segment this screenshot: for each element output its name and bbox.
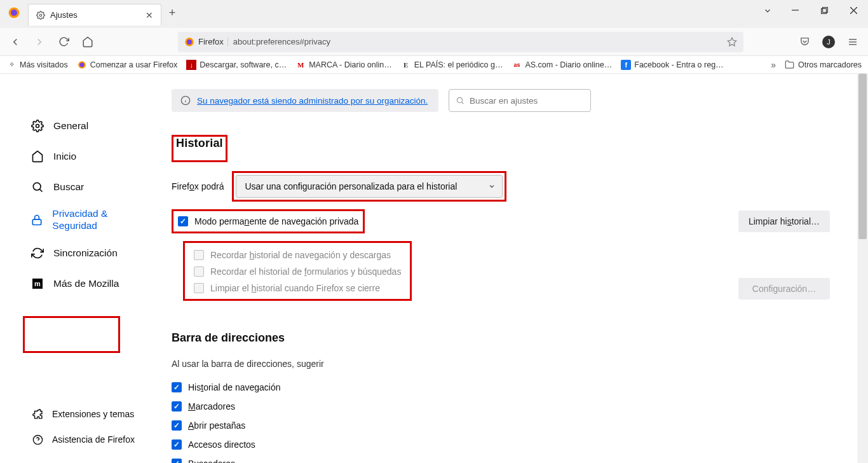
sidebar-bottom: Extensiones y temas Asistencia de Firefo… — [25, 403, 140, 450]
info-icon — [180, 95, 191, 106]
minimize-button[interactable] — [780, 0, 810, 20]
sidebar-item-general[interactable]: General — [25, 112, 153, 140]
site-icon: as — [512, 60, 522, 70]
sidebar-item-asistencia[interactable]: Asistencia de Firefox — [25, 429, 140, 450]
bookmark-star-icon[interactable] — [727, 37, 737, 47]
tabs-dropdown-icon[interactable] — [755, 0, 780, 15]
bookmark-facebook[interactable]: fFacebook - Entra o reg… — [621, 60, 723, 70]
section-addressbar-title: Barra de direcciones — [172, 331, 285, 345]
checkbox-icon — [172, 401, 182, 411]
url-bar[interactable]: Firefox about:preferences#privacy — [178, 32, 743, 52]
window-controls — [780, 0, 868, 20]
svg-rect-19 — [32, 219, 41, 225]
firefox-icon — [77, 60, 87, 70]
url-app-label: Firefox — [198, 37, 228, 46]
history-config-button[interactable]: Configuración… — [738, 278, 830, 300]
gear-icon — [36, 11, 45, 20]
checkbox-permanent-private[interactable]: Modo permanente de navegación privada — [175, 213, 361, 230]
bookmark-most-visited[interactable]: ✧Más visitados — [6, 60, 68, 70]
home-icon — [31, 150, 44, 163]
checkbox-icon — [194, 250, 204, 260]
search-icon — [456, 96, 465, 105]
new-tab-button[interactable]: + — [161, 0, 183, 20]
mozilla-icon: m — [31, 279, 44, 289]
annotation-box: Historial — [172, 135, 227, 162]
checkbox-label: Historial de navegación — [188, 382, 281, 392]
reload-button[interactable] — [53, 32, 74, 52]
svg-point-17 — [33, 183, 41, 190]
settings-search-input[interactable] — [470, 96, 584, 106]
sync-icon — [31, 247, 44, 259]
lock-icon — [31, 214, 43, 226]
back-button[interactable] — [5, 32, 25, 52]
help-icon — [31, 434, 44, 445]
checkbox-suggest-engines[interactable]: Buscadores — [172, 454, 830, 463]
tab-close-icon[interactable]: ✕ — [146, 10, 153, 20]
vertical-scrollbar[interactable] — [857, 74, 868, 463]
sidebar-item-privacidad[interactable]: Privacidad & Seguridad — [25, 204, 153, 237]
pocket-icon[interactable] — [794, 32, 815, 52]
firefox-logo-icon — [0, 0, 28, 19]
firefox-icon — [184, 37, 194, 47]
history-will-label: Firefox podrá — [172, 181, 224, 191]
folder-icon — [785, 60, 795, 70]
checkbox-clear-on-close[interactable]: Limpiar el historial cuando Firefox se c… — [191, 280, 403, 296]
checkbox-remember-forms[interactable]: Recordar el historial de formularios y b… — [191, 263, 403, 280]
bookmark-ascom[interactable]: asAS.com - Diario online… — [512, 60, 612, 70]
bookmark-elpais[interactable]: EEL PAÍS: el periódico g… — [401, 60, 503, 70]
checkbox-label: Limpiar el historial cuando Firefox se c… — [210, 283, 380, 293]
svg-rect-5 — [822, 7, 827, 12]
account-button[interactable]: J — [818, 32, 839, 52]
scrollbar-thumb[interactable] — [858, 74, 867, 239]
bookmark-other-folder[interactable]: Otros marcadores — [785, 60, 862, 70]
search-icon — [31, 181, 44, 193]
bookmarks-overflow-icon[interactable]: » — [771, 60, 776, 70]
identity-box[interactable]: Firefox — [184, 37, 228, 47]
bookmark-marca[interactable]: MMARCA - Diario onlin… — [295, 60, 392, 70]
bookmark-start-firefox[interactable]: Comenzar a usar Firefox — [77, 60, 178, 70]
site-icon: E — [401, 60, 411, 70]
chevron-down-icon — [488, 183, 496, 190]
addressbar-subtitle: Al usar la barra de direcciones, sugerir — [172, 359, 830, 369]
home-button[interactable] — [78, 32, 98, 52]
svg-point-25 — [457, 97, 462, 102]
close-window-button[interactable] — [839, 0, 868, 20]
checkbox-suggest-shortcuts[interactable]: Accesos directos — [172, 435, 830, 454]
checkbox-suggest-opentabs[interactable]: Abrir pestañas — [172, 416, 830, 435]
checkbox-label: Modo permanente de navegación privada — [194, 216, 358, 226]
annotation-box: Usar una configuración personalizada par… — [232, 171, 506, 202]
forward-button[interactable] — [29, 32, 50, 52]
checkbox-suggest-history[interactable]: Historial de navegación — [172, 378, 830, 397]
sidebar-item-sync[interactable]: Sincronización — [25, 239, 153, 267]
settings-main: Su navegador está siendo administrado po… — [153, 74, 868, 463]
checkbox-icon — [178, 216, 188, 226]
svg-point-15 — [79, 62, 84, 67]
gear-icon — [31, 120, 44, 132]
tab-ajustes[interactable]: Ajustes ✕ — [28, 4, 161, 25]
sidebar-item-extensiones[interactable]: Extensiones y temas — [25, 403, 140, 425]
annotation-box: Modo permanente de navegación privada — [172, 209, 365, 233]
settings-search[interactable] — [449, 89, 591, 112]
tab-title: Ajustes — [50, 10, 140, 20]
sidebar-item-inicio[interactable]: Inicio — [25, 142, 153, 170]
bookmark-descargar[interactable]: ↓Descargar, software, c… — [186, 60, 287, 70]
checkbox-label: Marcadores — [188, 401, 235, 411]
svg-point-2 — [39, 14, 42, 17]
clear-history-button[interactable]: Limpiar historial… — [738, 211, 830, 232]
sidebar-item-mas-mozilla[interactable]: m Más de Mozilla — [25, 270, 153, 298]
site-icon: M — [295, 60, 306, 70]
maximize-button[interactable] — [810, 0, 839, 20]
org-managed-link[interactable]: Su navegador está siendo administrado po… — [197, 96, 428, 106]
history-mode-dropdown[interactable]: Usar una configuración personalizada par… — [236, 175, 503, 198]
avatar-icon: J — [822, 36, 835, 48]
svg-line-26 — [462, 102, 464, 104]
site-icon: ↓ — [186, 60, 196, 70]
checkbox-icon — [172, 382, 182, 392]
checkbox-remember-history[interactable]: Recordar historial de navegación y desca… — [191, 247, 403, 263]
sidebar-item-buscar[interactable]: Buscar — [25, 173, 153, 201]
menu-button[interactable] — [843, 32, 863, 52]
checkbox-icon — [172, 459, 182, 463]
checkbox-suggest-bookmarks[interactable]: Marcadores — [172, 397, 830, 416]
checkbox-label: Accesos directos — [188, 439, 255, 450]
nav-toolbar: Firefox about:preferences#privacy J — [0, 28, 868, 56]
